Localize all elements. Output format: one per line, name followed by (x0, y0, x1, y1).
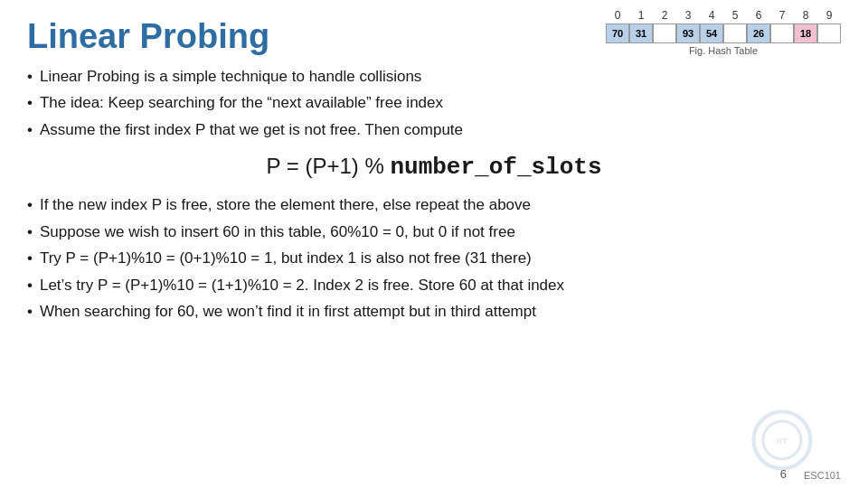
formula-prefix: P = (P+1) % (266, 154, 390, 178)
watermark-logo: IIT (750, 408, 814, 472)
hash-index-9: 9 (817, 9, 841, 22)
formula-code: number_of_slots (390, 154, 601, 181)
bullet-text-7: Let’s try P = (P+1)%10 = (1+1)%10 = 2. I… (40, 274, 564, 297)
hash-cell-6: 26 (747, 23, 770, 43)
bullet-text-6: Try P = (P+1)%10 = (0+1)%10 = 1, but ind… (40, 247, 532, 270)
bullet-item-2: • The idea: Keep searching for the “next… (27, 91, 841, 115)
bullet-text-8: When searching for 60, we won’t find it … (40, 300, 536, 324)
content-area: • Linear Probing is a simple technique t… (27, 65, 841, 324)
hash-table-indices: 0123456789 (606, 9, 841, 22)
bullet-text-4: If the new index P is free, store the el… (40, 193, 531, 217)
hash-index-7: 7 (770, 9, 794, 22)
svg-text:IIT: IIT (777, 436, 787, 446)
hash-cell-7 (770, 23, 794, 43)
bullet-dot-4: • (27, 193, 33, 217)
bullet-text-2: The idea: Keep searching for the “next a… (40, 91, 443, 115)
hash-cell-9 (817, 23, 841, 43)
slide-number: 6 (780, 467, 787, 481)
hash-index-8: 8 (794, 9, 817, 22)
bullet-item-5: • Suppose we wish to insert 60 in this t… (27, 221, 841, 244)
hash-cell-3: 93 (676, 23, 700, 43)
bullet-dot-7: • (27, 274, 33, 297)
bullet-text-5: Suppose we wish to insert 60 in this tab… (40, 221, 515, 244)
hash-cell-2 (653, 23, 676, 43)
hash-cell-8: 18 (794, 23, 817, 43)
hash-index-1: 1 (629, 9, 653, 22)
hash-cell-0: 70 (606, 23, 629, 43)
bullet-item-4: • If the new index P is free, store the … (27, 193, 841, 217)
hash-cell-5 (723, 23, 747, 43)
hash-index-4: 4 (700, 9, 723, 22)
hash-index-0: 0 (606, 9, 629, 22)
hash-index-3: 3 (676, 9, 700, 22)
hash-table-figure: 0123456789 703193542618 Fig. Hash Table (606, 9, 841, 56)
bullet-dot-8: • (27, 300, 33, 324)
bullet-item-1: • Linear Probing is a simple technique t… (27, 65, 841, 89)
bullet-item-6: • Try P = (P+1)%10 = (0+1)%10 = 1, but i… (27, 247, 841, 270)
bullet-item-8: • When searching for 60, we won’t find i… (27, 300, 841, 324)
slide: Linear Probing 0123456789 703193542618 F… (0, 0, 868, 488)
course-label: ESC101 (804, 470, 841, 481)
bullet-dot-3: • (27, 118, 33, 142)
hash-index-2: 2 (653, 9, 676, 22)
hash-cell-1: 31 (629, 23, 653, 43)
formula: P = (P+1) % number_of_slots (27, 154, 841, 181)
bullet-dot-1: • (27, 65, 33, 89)
hash-index-5: 5 (723, 9, 747, 22)
bullet-dot-2: • (27, 91, 33, 115)
bullet-text-1: Linear Probing is a simple technique to … (40, 65, 421, 89)
hash-index-6: 6 (747, 9, 770, 22)
bullet-dot-6: • (27, 247, 33, 270)
bullet-text-3: Assume the first index P that we get is … (40, 118, 463, 142)
hash-cell-4: 54 (700, 23, 723, 43)
bullet-item-7: • Let’s try P = (P+1)%10 = (1+1)%10 = 2.… (27, 274, 841, 297)
hash-table-label: Fig. Hash Table (689, 45, 758, 56)
hash-table-cells: 703193542618 (606, 23, 841, 43)
bullet-item-3: • Assume the first index P that we get i… (27, 118, 841, 142)
bullet-dot-5: • (27, 221, 33, 244)
